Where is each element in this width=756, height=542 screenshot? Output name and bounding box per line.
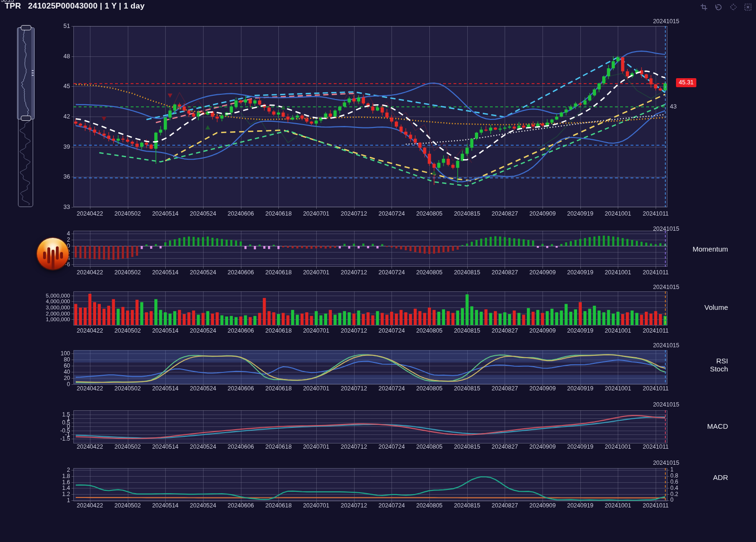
momentum-date-label: 20241015 — [613, 226, 679, 232]
adr-panel-label: ADR — [652, 473, 728, 481]
logo-waveform-bar — [56, 246, 59, 260]
strike-level-label: 43 — [670, 103, 676, 110]
logo-waveform-bar — [52, 250, 54, 270]
minimap-handle-top[interactable] — [21, 25, 31, 30]
rsi-label: RSI — [652, 357, 728, 365]
volume-date-label: 20241015 — [613, 284, 679, 290]
undo-icon[interactable] — [714, 3, 723, 11]
minimap-handle-bottom[interactable] — [21, 116, 31, 121]
clear-selection-icon[interactable] — [744, 3, 752, 11]
stoch-label: Stoch — [652, 365, 728, 373]
logo-waveform-bar — [47, 247, 50, 263]
rsi-date-label: 20241015 — [613, 342, 679, 349]
main-date-label: 20241015 — [613, 18, 679, 25]
charting-app: TPR 241025P00043000 | 1 Y | 1 day 50.25 … — [0, 0, 756, 542]
window-toolbar — [700, 3, 752, 11]
logo-waveform-bar — [43, 252, 46, 259]
volume-panel-label: Volume — [652, 303, 728, 311]
region-select-icon[interactable] — [729, 3, 738, 11]
minimap-scrollbar-grip[interactable] — [32, 70, 34, 77]
macd-panel-label: MACD — [652, 422, 728, 430]
logo-waveform-bar — [60, 252, 63, 259]
clipped-price-label: 50.25 — [1, 0, 14, 3]
rsi-stoch-panel-label: RSI Stoch — [652, 357, 728, 373]
app-logo — [37, 238, 69, 270]
last-price-tag: 45.31 — [676, 78, 696, 87]
page-title: TPR 241025P00043000 | 1 Y | 1 day — [5, 1, 145, 11]
restore-view-icon[interactable] — [700, 3, 708, 11]
adr-date-label: 20241015 — [613, 460, 679, 466]
macd-date-label: 20241015 — [613, 401, 679, 408]
momentum-panel-label: Momentum — [652, 245, 728, 253]
